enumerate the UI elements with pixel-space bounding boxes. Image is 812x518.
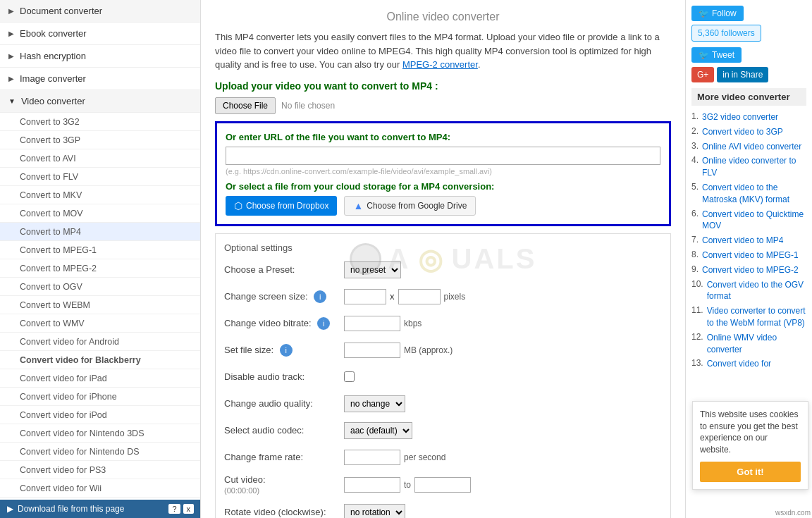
sidebar-sub-iphone[interactable]: Convert video for iPhone [0,388,200,406]
sidebar-sub-flv[interactable]: Convert to FLV [0,168,200,186]
audio-quality-label: Change audio quality: [224,398,344,409]
frame-rate-control: per second [344,450,445,465]
sidebar-sub-webm[interactable]: Convert to WEBM [0,296,200,314]
list-item: Convert video to MP4 [691,235,806,247]
url-label: Or enter URL of the file you want to con… [226,132,660,142]
cut-video-end-input[interactable] [414,477,471,493]
sidebar-sub-ipad[interactable]: Convert video for iPad [0,369,200,388]
sidebar-sub-nintendods[interactable]: Convert video for Nintendo DS [0,443,200,461]
rotate-video-select[interactable]: no rotation [344,504,405,519]
tweet-row: 🐦 Tweet [691,47,806,63]
info-icon-bitrate[interactable]: i [317,317,330,330]
converter-link-8[interactable]: Convert video to MPEG-1 [702,249,799,261]
twitter-icon: 🐦 [699,8,709,18]
sidebar-sub-avi[interactable]: Convert to AVI [0,149,200,168]
preset-select[interactable]: no preset [344,261,401,278]
file-input-row: Choose File No file chosen [215,97,671,114]
list-item: 3G2 video converter [691,111,806,123]
screen-width-input[interactable] [344,289,386,304]
cookie-notice: This website uses cookies to ensure you … [692,401,808,490]
cloud-buttons: ⬡ Choose from Dropbox ▲ Choose from Goog… [226,196,660,216]
follower-count: 5,360 followers [691,25,761,42]
download-bar[interactable]: ▶ Download file from this page ? x [0,500,201,518]
kbps-label: kbps [404,319,422,328]
sidebar-sub-ps3[interactable]: Convert video for PS3 [0,461,200,479]
audio-quality-row: Change audio quality: no change [224,394,662,414]
sidebar-sub-nintendo3ds[interactable]: Convert video for Nintendo 3DS [0,424,200,443]
converter-link-11[interactable]: Video converter to convert to the WebM f… [707,305,806,329]
converter-link-9[interactable]: Convert video to MPEG-2 [702,264,799,276]
sidebar-sub-mkv[interactable]: Convert to MKV [0,186,200,204]
list-item: Convert video to MPEG-2 [691,264,806,276]
sidebar-item-image[interactable]: ▶ Image converter [0,68,200,90]
close-btn[interactable]: x [183,504,195,514]
audio-track-row: Disable audio track: [224,367,662,387]
converter-link-5[interactable]: Convert video to the Matroska (MKV) form… [702,182,806,206]
bitrate-input[interactable] [344,316,400,331]
converter-link-6[interactable]: Convert video to Quicktime MOV [702,209,806,233]
sidebar-sub-mpeg1[interactable]: Convert to MPEG-1 [0,241,200,259]
right-sidebar: 🐦 Follow 5,360 followers 🐦 Tweet G+ in i… [685,0,812,518]
url-input[interactable] [226,147,660,165]
cut-video-start-input[interactable] [344,477,400,493]
screen-height-input[interactable] [398,289,441,304]
twitter-follow-button[interactable]: 🐦 Follow [691,6,744,21]
file-size-input[interactable] [344,343,400,358]
left-sidebar: ▶ Document converter ▶ Ebook converter ▶… [0,0,201,518]
audio-quality-control: no change [344,395,405,412]
sidebar-sub-mpeg2[interactable]: Convert to MPEG-2 [0,259,200,278]
sidebar-sub-mp4[interactable]: Convert to MP4 [0,223,200,241]
cut-to-label: to [404,480,411,490]
upload-label: Upload your video you want to convert to… [215,80,671,92]
sidebar-item-video[interactable]: ▼ Video converter [0,90,200,113]
converter-link-1[interactable]: 3G2 video converter [702,111,778,123]
help-question-btn[interactable]: ? [168,504,180,514]
file-size-control: MB (approx.) [344,343,453,358]
frame-rate-input[interactable] [344,450,400,465]
audio-quality-select[interactable]: no change [344,395,405,412]
sidebar-sub-android[interactable]: Convert video for Android [0,333,200,351]
converter-link-2[interactable]: Convert video to 3GP [702,126,783,138]
sidebar-item-ebook[interactable]: ▶ Ebook converter [0,23,200,45]
sidebar-sub-ipod[interactable]: Convert video for iPod [0,406,200,424]
sidebar-item-hash-label: Hash encryption [20,51,86,61]
list-item: Online video converter to FLV [691,155,806,179]
converter-link-7[interactable]: Convert video to MP4 [702,235,783,247]
audio-codec-select[interactable]: aac (default) [344,422,412,439]
sidebar-item-document[interactable]: ▶ Document converter [0,0,200,23]
sidebar-sub-mov[interactable]: Convert to MOV [0,204,200,223]
dropbox-button[interactable]: ⬡ Choose from Dropbox [226,196,337,216]
info-icon-filesize[interactable]: i [280,344,293,357]
preset-control: no preset [344,261,401,278]
converter-list: 3G2 video converter Convert video to 3GP… [691,111,806,370]
cut-video-label: Cut video: (00:00:00) [224,474,344,495]
social-buttons: 🐦 Follow 5,360 followers [691,6,806,42]
got-it-button[interactable]: Got it! [700,462,801,482]
converter-link-10[interactable]: Convert video to the OGV format [707,279,806,303]
upload-section: Upload your video you want to convert to… [215,80,671,114]
converter-link-3[interactable]: Online AVI video converter [702,141,801,153]
gplus-button[interactable]: G+ [691,67,714,82]
mpeg2-link[interactable]: MPEG-2 converter [402,59,478,70]
download-bar-icons: ? x [168,504,194,514]
sidebar-item-hash[interactable]: ▶ Hash encryption [0,45,200,68]
linkedin-share-button[interactable]: in in Share [717,67,768,82]
sidebar-sub-3g2[interactable]: Convert to 3G2 [0,113,200,131]
sidebar-sub-wii[interactable]: Convert video for Wii [0,479,200,498]
sidebar-sub-3gp[interactable]: Convert to 3GP [0,131,200,149]
gdrive-button[interactable]: ▲ Choose from Google Drive [344,196,476,216]
sidebar-sub-ogv[interactable]: Convert to OGV [0,278,200,296]
choose-file-button[interactable]: Choose File [215,97,276,114]
fps-label: per second [404,452,445,462]
sidebar-sub-blackberry[interactable]: Convert video for Blackberry [0,351,200,369]
converter-link-12[interactable]: Online WMV video converter [707,332,806,356]
audio-track-checkbox[interactable] [344,371,355,382]
play-icon: ▶ [7,504,13,514]
converter-link-13[interactable]: Convert video for [707,358,771,370]
sidebar-sub-wmv[interactable]: Convert to WMV [0,314,200,333]
preset-label: Choose a Preset: [224,264,344,275]
twitter-tweet-button[interactable]: 🐦 Tweet [691,47,742,63]
converter-link-4[interactable]: Online video converter to FLV [702,155,806,179]
more-converters-section: More video converter 3G2 video converter… [691,88,806,370]
info-icon-screen[interactable]: i [314,290,326,303]
